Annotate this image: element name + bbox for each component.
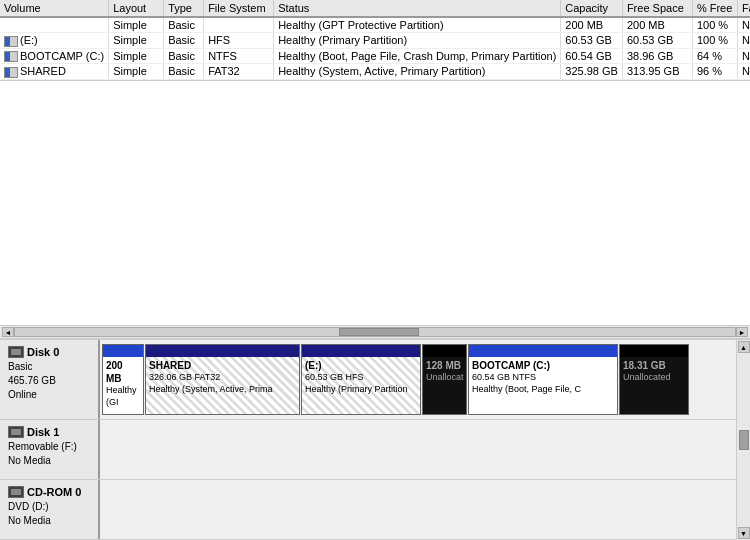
partition-header xyxy=(146,345,299,357)
table-row[interactable]: SHAREDSimpleBasicFAT32Healthy (System, A… xyxy=(0,64,750,80)
cell-freespace: 38.96 GB xyxy=(622,48,692,64)
disk-label: Disk 1Removable (F:) No Media xyxy=(0,420,100,479)
disk-icon xyxy=(8,486,24,498)
cell-freespace: 313.95 GB xyxy=(622,64,692,80)
cell-volume: SHARED xyxy=(0,64,109,80)
scroll-left-arrow[interactable]: ◄ xyxy=(2,327,14,337)
disk-name: Disk 1 xyxy=(27,426,59,438)
cell-volume: BOOTCAMP (C:) xyxy=(0,48,109,64)
disk-row: Disk 0Basic 465.76 GB Online200 MBHealth… xyxy=(0,340,736,420)
disk-partitions xyxy=(100,480,736,539)
disk-icon-row: Disk 1 xyxy=(8,426,90,438)
cell-status: Healthy (Boot, Page File, Crash Dump, Pr… xyxy=(274,48,561,64)
cell-freespace: 60.53 GB xyxy=(622,33,692,49)
cell-faulttol: No xyxy=(737,64,750,80)
table-row[interactable]: SimpleBasicHealthy (GPT Protective Parti… xyxy=(0,17,750,33)
cell-capacity: 60.53 GB xyxy=(561,33,623,49)
partition-body: (E:)60.53 GB HFSHealthy (Primary Partiti… xyxy=(302,357,420,414)
col-volume[interactable]: Volume xyxy=(0,0,109,17)
table-row[interactable]: (E:)SimpleBasicHFSHealthy (Primary Parti… xyxy=(0,33,750,49)
cell-volume xyxy=(0,17,109,33)
cell-filesystem: HFS xyxy=(204,33,274,49)
col-layout[interactable]: Layout xyxy=(109,0,164,17)
volume-icon xyxy=(4,51,18,62)
cell-status: Healthy (System, Active, Primary Partiti… xyxy=(274,64,561,80)
col-pctfree[interactable]: % Free xyxy=(692,0,737,17)
disk-icon xyxy=(8,426,24,438)
cell-pctfree: 100 % xyxy=(692,17,737,33)
partition[interactable]: (E:)60.53 GB HFSHealthy (Primary Partiti… xyxy=(301,344,421,415)
middle-section xyxy=(0,81,750,325)
partition-body: 18.31 GBUnallocated xyxy=(620,357,688,414)
partition[interactable]: 200 MBHealthy (GI xyxy=(102,344,144,415)
partition-body: 128 MBUnallocat xyxy=(423,357,466,414)
cell-faulttol: No xyxy=(737,33,750,49)
vscroll-thumb[interactable] xyxy=(739,430,749,450)
cell-filesystem xyxy=(204,17,274,33)
partition-header xyxy=(302,345,420,357)
cell-type: Basic xyxy=(164,33,204,49)
disk-row: Disk 1Removable (F:) No Media xyxy=(0,420,736,480)
partition[interactable]: 18.31 GBUnallocated xyxy=(619,344,689,415)
disk-icon xyxy=(8,346,24,358)
partition-header xyxy=(469,345,617,357)
partition-content: Healthy (GI xyxy=(106,385,140,408)
scrollbar-track[interactable] xyxy=(14,327,736,337)
cell-type: Basic xyxy=(164,64,204,80)
partition-body: SHARED326.06 GB FAT32Healthy (System, Ac… xyxy=(146,357,299,414)
partition-content: Healthy (Boot, Page File, C xyxy=(472,384,614,396)
volume-table: Volume Layout Type File System Status Ca… xyxy=(0,0,750,80)
partition-sub: 60.53 GB HFS xyxy=(305,372,417,384)
partition-label: SHARED xyxy=(149,359,296,372)
disk-name: CD-ROM 0 xyxy=(27,486,81,498)
cell-capacity: 325.98 GB xyxy=(561,64,623,80)
col-freespace[interactable]: Free Space xyxy=(622,0,692,17)
disk-info: Basic 465.76 GB Online xyxy=(8,360,90,402)
cell-filesystem: FAT32 xyxy=(204,64,274,80)
volume-icon xyxy=(4,36,18,47)
vscroll-up-arrow[interactable]: ▲ xyxy=(738,341,750,353)
cell-faulttol: No xyxy=(737,48,750,64)
partition-label: (E:) xyxy=(305,359,417,372)
table-row[interactable]: BOOTCAMP (C:)SimpleBasicNTFSHealthy (Boo… xyxy=(0,48,750,64)
scrollbar-thumb[interactable] xyxy=(339,328,419,336)
partition-header xyxy=(620,345,688,357)
vscroll-down-arrow[interactable]: ▼ xyxy=(738,527,750,539)
partition[interactable]: SHARED326.06 GB FAT32Healthy (System, Ac… xyxy=(145,344,300,415)
col-capacity[interactable]: Capacity xyxy=(561,0,623,17)
partition[interactable]: 128 MBUnallocat xyxy=(422,344,467,415)
cell-pctfree: 96 % xyxy=(692,64,737,80)
cell-layout: Simple xyxy=(109,48,164,64)
col-filesystem[interactable]: File System xyxy=(204,0,274,17)
col-status[interactable]: Status xyxy=(274,0,561,17)
scrollbar-area[interactable]: ◄ ► xyxy=(0,325,750,339)
partition[interactable]: BOOTCAMP (C:)60.54 GB NTFSHealthy (Boot,… xyxy=(468,344,618,415)
cell-layout: Simple xyxy=(109,33,164,49)
cell-filesystem: NTFS xyxy=(204,48,274,64)
col-type[interactable]: Type xyxy=(164,0,204,17)
disk-label: Disk 0Basic 465.76 GB Online xyxy=(0,340,100,419)
partition-header xyxy=(423,345,466,357)
partition-body: BOOTCAMP (C:)60.54 GB NTFSHealthy (Boot,… xyxy=(469,357,617,414)
disk-name: Disk 0 xyxy=(27,346,59,358)
vertical-scrollbar[interactable]: ▲ ▼ xyxy=(736,340,750,540)
cell-volume: (E:) xyxy=(0,33,109,49)
cell-pctfree: 100 % xyxy=(692,33,737,49)
disk-rows-container: Disk 0Basic 465.76 GB Online200 MBHealth… xyxy=(0,340,736,540)
disk-icon-row: CD-ROM 0 xyxy=(8,486,90,498)
cell-faulttol: No xyxy=(737,17,750,33)
partition-sub: 60.54 GB NTFS xyxy=(472,372,614,384)
cell-layout: Simple xyxy=(109,64,164,80)
partition-content: Healthy (Primary Partition xyxy=(305,384,417,396)
disk-info: Removable (F:) No Media xyxy=(8,440,90,468)
cell-status: Healthy (Primary Partition) xyxy=(274,33,561,49)
cell-capacity: 200 MB xyxy=(561,17,623,33)
bottom-section: Disk 0Basic 465.76 GB Online200 MBHealth… xyxy=(0,339,750,540)
partition-body: 200 MBHealthy (GI xyxy=(103,357,143,414)
partition-content: Healthy (System, Active, Prima xyxy=(149,384,296,396)
scroll-right-arrow[interactable]: ► xyxy=(736,327,748,337)
cell-layout: Simple xyxy=(109,17,164,33)
col-faulttol[interactable]: Fault Tolerance xyxy=(737,0,750,17)
disk-partitions xyxy=(100,420,736,479)
disk-label: CD-ROM 0DVD (D:) No Media xyxy=(0,480,100,539)
